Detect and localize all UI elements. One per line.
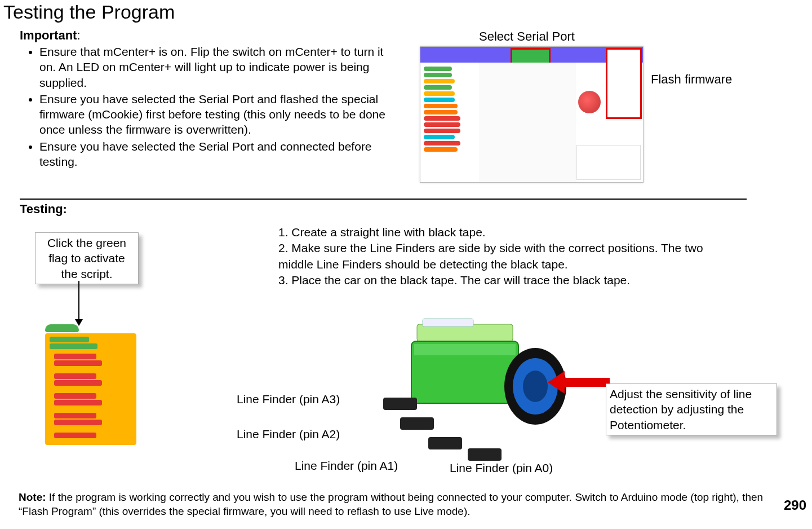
important-list: Ensure that mCenter+ is on. Flip the swi…: [20, 44, 400, 170]
important-item: Ensure you have selected the Serial Port…: [39, 139, 400, 170]
note-text: If the program is working correctly and …: [19, 491, 763, 517]
svg-rect-9: [383, 398, 417, 410]
line-finder-a2-label: Line Finder (pin A2): [237, 427, 340, 441]
testing-steps: 1. Create a straight line with black tap…: [278, 224, 707, 288]
green-flag-callout: Click the green flag to activate the scr…: [35, 232, 139, 284]
flash-menu: [610, 52, 638, 77]
properties-panel: [576, 145, 641, 180]
footnote: Note: If the program is working correctl…: [19, 491, 774, 518]
svg-rect-3: [423, 319, 473, 327]
important-heading: Important:: [20, 28, 81, 43]
line-finder-a1-label: Line Finder (pin A1): [295, 459, 398, 473]
flash-firmware-highlight: [606, 48, 642, 119]
svg-rect-5: [414, 344, 516, 355]
potentiometer-callout: Adjust the sensitivity of line detection…: [606, 383, 777, 435]
note-bold: Note:: [19, 491, 49, 503]
svg-rect-10: [400, 417, 434, 430]
page: Testing the Program Important: Ensure th…: [0, 0, 812, 529]
mdesigner-screenshot: [420, 46, 644, 183]
block-palette: [420, 63, 479, 182]
robot-car-figure: [349, 296, 575, 477]
colon: :: [77, 28, 80, 42]
page-title: Testing the Program: [3, 1, 175, 23]
arrow-left-red-icon: [548, 365, 610, 399]
important-heading-text: Important: [20, 28, 77, 42]
important-item: Ensure you have selected the Serial Port…: [39, 91, 400, 138]
svg-point-8: [523, 371, 548, 402]
line-finder-a3-label: Line Finder (pin A3): [237, 393, 340, 406]
flash-firmware-label: Flash firmware: [651, 72, 732, 87]
scratch-script-thumbnail: [45, 324, 135, 479]
important-item: Ensure that mCenter+ is on. Flip the swi…: [39, 44, 400, 90]
svg-rect-12: [468, 448, 502, 461]
arrow-down-icon: [73, 281, 90, 326]
select-serial-label: Select Serial Port: [479, 29, 575, 44]
sprite-icon: [578, 91, 601, 113]
page-number: 290: [784, 497, 806, 513]
testing-heading: Testing:: [20, 202, 67, 217]
script-canvas: [479, 63, 575, 182]
svg-rect-11: [428, 437, 462, 449]
section-divider: [20, 199, 747, 200]
svg-marker-13: [548, 371, 610, 394]
line-finder-a0-label: Line Finder (pin A0): [450, 461, 553, 475]
